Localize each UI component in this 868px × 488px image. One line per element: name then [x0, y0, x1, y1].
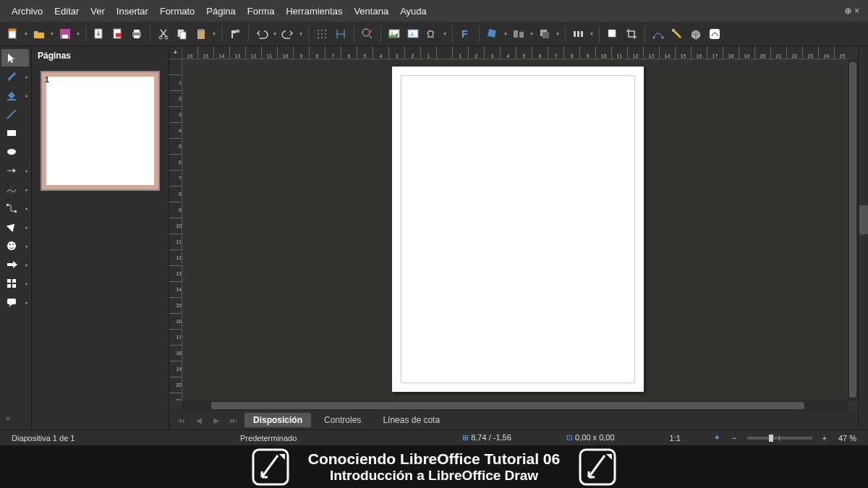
menu-archivo[interactable]: Archivo	[6, 0, 48, 22]
svg-rect-34	[488, 28, 496, 37]
toolbox-more-icon[interactable]: »	[1, 409, 29, 427]
arrange-icon[interactable]	[536, 25, 553, 43]
menu-formato[interactable]: Formato	[154, 0, 200, 22]
distribute-dropdown[interactable]: ▾	[589, 31, 595, 37]
new-doc-icon[interactable]	[4, 25, 22, 43]
zoom-out-icon[interactable]: −	[726, 434, 742, 442]
align-icon[interactable]	[510, 25, 527, 43]
svg-point-24	[321, 37, 323, 38]
tool-select[interactable]	[1, 49, 29, 67]
svg-rect-62	[7, 299, 16, 304]
align-dropdown[interactable]: ▾	[529, 31, 535, 37]
redo-icon[interactable]	[279, 25, 297, 43]
tab-nav-first-icon[interactable]: ⏮	[175, 414, 188, 427]
page-thumbnail-1[interactable]: 1	[41, 71, 160, 191]
tab-lineas-de-cota[interactable]: Líneas de cota	[374, 413, 448, 427]
copy-icon[interactable]	[174, 25, 191, 43]
grid-icon[interactable]	[313, 25, 331, 43]
tab-nav-prev-icon[interactable]: ◀	[192, 414, 205, 427]
export-pdf-icon[interactable]	[109, 25, 127, 43]
status-page-style[interactable]: Predeterminado	[234, 434, 302, 442]
tool-curve[interactable]: ▾	[1, 181, 29, 198]
menu-insertar[interactable]: Insertar	[111, 0, 154, 22]
tool-line-color[interactable]: ▾	[1, 68, 29, 85]
tool-basic-shapes[interactable]: ▾	[1, 218, 29, 236]
svg-rect-60	[7, 284, 11, 288]
svg-point-19	[325, 30, 326, 31]
tool-arrow-line[interactable]: ▾	[1, 162, 29, 179]
sidebar-right-collapsed[interactable]	[858, 46, 868, 429]
menu-ver[interactable]: Ver	[85, 0, 111, 22]
tab-disposicion[interactable]: Disposición	[244, 413, 311, 427]
special-char-dropdown[interactable]: ▾	[442, 31, 448, 37]
open-dropdown[interactable]: ▾	[49, 31, 55, 37]
transform-icon[interactable]	[484, 25, 501, 43]
ruler-horizontal[interactable]: 1615141312111098765432112345678910111213…	[182, 46, 848, 59]
tab-controles[interactable]: Controles	[315, 413, 370, 427]
undo-dropdown[interactable]: ▾	[272, 31, 278, 37]
tool-symbol-shapes[interactable]: ▾	[1, 237, 29, 254]
menu-editar[interactable]: Editar	[48, 0, 85, 22]
glue-points-icon[interactable]	[668, 25, 686, 43]
special-char-icon[interactable]: Ω	[423, 25, 441, 43]
clone-format-icon[interactable]	[226, 25, 244, 43]
window-controls-icon[interactable]: ⊕ ×	[842, 6, 862, 16]
save-icon[interactable]	[56, 25, 74, 43]
undo-icon[interactable]	[253, 25, 271, 43]
tool-line[interactable]	[1, 106, 29, 123]
export-icon[interactable]	[90, 25, 108, 43]
ruler-vertical[interactable]: 1234567891011121314151617181920212223242…	[169, 59, 182, 401]
zoom-in-icon[interactable]: +	[817, 434, 833, 442]
paste-dropdown[interactable]: ▾	[211, 31, 217, 37]
tool-fill-color[interactable]: ▾	[1, 87, 29, 104]
svg-rect-35	[514, 30, 518, 38]
distribute-icon[interactable]	[570, 25, 587, 43]
scrollbar-vertical[interactable]	[848, 59, 858, 401]
menu-ventana[interactable]: Ventana	[348, 0, 394, 22]
tool-connector[interactable]: ▾	[1, 200, 29, 217]
open-icon[interactable]	[30, 25, 48, 43]
zoom-pan-icon[interactable]	[359, 25, 376, 43]
edit-points-icon[interactable]	[650, 25, 667, 43]
crop-icon[interactable]	[623, 25, 640, 43]
toolbox: ▾ ▾ ▾ ▾ ▾ ▾ ▾ ▾ ▾ ▾ »	[0, 46, 32, 429]
ruler-origin[interactable]: +	[169, 46, 182, 59]
transform-dropdown[interactable]: ▾	[503, 31, 509, 37]
tool-ellipse[interactable]	[1, 143, 29, 160]
status-save-indicator-icon[interactable]: ✦	[708, 433, 726, 442]
insert-textbox-icon[interactable]: A	[404, 25, 422, 43]
paste-icon[interactable]	[192, 25, 210, 43]
tab-nav-last-icon[interactable]: ⏭	[227, 414, 240, 427]
status-scale[interactable]: 1:1	[664, 434, 686, 442]
menu-ayuda[interactable]: Ayuda	[394, 0, 433, 22]
svg-text:F: F	[461, 28, 468, 40]
draw-functions-icon[interactable]	[706, 25, 723, 43]
page-canvas[interactable]	[392, 67, 644, 392]
zoom-slider[interactable]	[747, 437, 812, 440]
save-dropdown[interactable]: ▾	[75, 31, 81, 37]
menu-herramientas[interactable]: Herramientas	[280, 0, 348, 22]
fontwork-icon[interactable]: F	[457, 25, 475, 43]
tool-callouts[interactable]: ▾	[1, 294, 29, 311]
svg-rect-41	[581, 31, 583, 37]
redo-dropdown[interactable]: ▾	[298, 31, 304, 37]
tool-flowchart[interactable]: ▾	[1, 275, 29, 292]
tool-block-arrows[interactable]: ▾	[1, 256, 29, 273]
status-zoom-value[interactable]: 47 %	[833, 434, 862, 442]
page-thumbnail-number: 1	[45, 75, 49, 84]
menu-forma[interactable]: Forma	[242, 0, 281, 22]
cut-icon[interactable]	[155, 25, 172, 43]
shadow-icon[interactable]	[604, 25, 621, 43]
scrollbar-horizontal[interactable]	[182, 401, 848, 411]
extrusion-icon[interactable]	[687, 25, 705, 43]
insert-image-icon[interactable]	[386, 25, 403, 43]
new-doc-dropdown[interactable]: ▾	[23, 31, 29, 37]
snap-lines-icon[interactable]	[332, 25, 349, 43]
canvas[interactable]	[182, 59, 848, 401]
tab-nav-next-icon[interactable]: ▶	[210, 414, 223, 427]
menu-pagina[interactable]: Página	[200, 0, 241, 22]
tool-rectangle[interactable]	[1, 124, 29, 142]
print-icon[interactable]	[128, 25, 145, 43]
arrange-dropdown[interactable]: ▾	[555, 31, 561, 37]
sidebar-handle-icon[interactable]	[859, 205, 868, 234]
